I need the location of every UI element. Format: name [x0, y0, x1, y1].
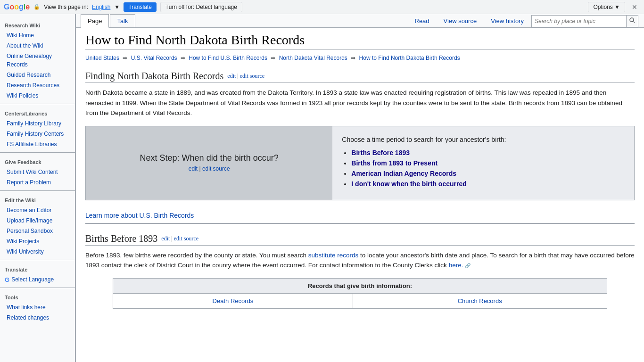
learn-more-section: Learn more about U.S. Birth Records [85, 208, 635, 224]
external-link-icon: 🔗 [465, 263, 471, 268]
view-page-text: View this page in: [44, 4, 88, 10]
link-american-indian[interactable]: American Indian Agency Records [351, 170, 456, 177]
breadcrumb-us[interactable]: United States [85, 55, 119, 61]
breadcrumb: United States ➡ U.S. Vital Records ➡ How… [85, 55, 635, 61]
search-icon [629, 17, 635, 23]
tab-view-history[interactable]: View history [484, 15, 530, 27]
search-input[interactable] [532, 17, 626, 25]
breadcrumb-vital[interactable]: U.S. Vital Records [131, 55, 177, 61]
section2-body: Before 1893, few births were recorded by… [85, 250, 635, 271]
list-item: Births Before 1893 [351, 149, 625, 156]
sidebar-item-what-links-here[interactable]: What links here [0, 302, 75, 313]
section1-body: North Dakota became a state in 1889, and… [85, 88, 635, 118]
lock-icon: 🔒 [33, 4, 40, 10]
search-button[interactable] [626, 16, 638, 27]
section2-edit-link[interactable]: edit [161, 235, 170, 242]
google-logo: Google [4, 3, 30, 11]
breadcrumb-us-birth[interactable]: How to Find U.S. Birth Records [189, 55, 267, 61]
next-step-choose-text: Choose a time period to search for your … [342, 136, 625, 143]
sidebar-item-about-wiki[interactable]: About the Wiki [0, 41, 75, 51]
link-births-before-1893[interactable]: Births Before 1893 [351, 149, 410, 156]
page-tabs: Page Talk Read View source View history [76, 14, 644, 28]
sidebar-item-online-genealogy[interactable]: Online Genealogy Records [0, 51, 75, 70]
sidebar-item-report-problem[interactable]: Report a Problem [0, 177, 75, 188]
sidebar-item-wiki-home[interactable]: Wiki Home [0, 30, 75, 41]
records-table-header: Records that give birth information: [113, 278, 607, 293]
content-area: Page Talk Read View source View history [75, 14, 644, 362]
research-wiki-title: Research Wiki [0, 19, 75, 30]
sidebar-item-wiki-projects[interactable]: Wiki Projects [0, 236, 75, 247]
list-item: Births from 1893 to Present [351, 159, 625, 167]
next-step-edit-link[interactable]: edit [189, 165, 198, 172]
tab-view-source[interactable]: View source [437, 15, 484, 27]
section2-edit-source-link[interactable]: edit source [174, 235, 198, 242]
svg-point-0 [630, 18, 634, 22]
section2-heading: Births Before 1893 edit | edit source [85, 233, 635, 246]
translate-button[interactable]: Translate [124, 2, 157, 12]
sidebar-item-wiki-policies[interactable]: Wiki Policies [0, 90, 75, 101]
turn-off-button[interactable]: Turn off for: Detect language [160, 2, 242, 12]
section1-edit-links: edit | edit source [227, 73, 264, 80]
sidebar-item-submit-wiki[interactable]: Submit Wiki Content [0, 167, 75, 177]
learn-more-link[interactable]: Learn more about U.S. Birth Records [85, 212, 194, 219]
google-g-icon: G [5, 276, 9, 283]
main-wrapper: Research Wiki Wiki Home About the Wiki O… [0, 14, 644, 362]
sidebar: Research Wiki Wiki Home About the Wiki O… [0, 14, 75, 362]
list-item: I don't know when the birth occurred [351, 180, 625, 188]
section2-edit-links: edit | edit source [161, 235, 198, 242]
page-content: How to Find North Dakota Birth Records U… [76, 28, 644, 326]
centers-title: Centers/Libraries [0, 107, 75, 118]
next-step-table: Next Step: When did the birth occur? edi… [85, 126, 635, 200]
sidebar-item-select-language[interactable]: Select Language [11, 275, 54, 284]
tab-read[interactable]: Read [408, 15, 436, 27]
close-translate-button[interactable]: ✕ [629, 2, 640, 12]
search-form [531, 15, 638, 27]
translate-title: Translate [0, 263, 75, 274]
next-step-links: Births Before 1893 Births from 1893 to P… [342, 149, 625, 188]
table-row: Death Records Church Records [113, 293, 607, 308]
svg-line-1 [634, 22, 635, 23]
sidebar-item-family-history-centers[interactable]: Family History Centers [0, 129, 75, 139]
sidebar-item-wiki-university[interactable]: Wiki University [0, 247, 75, 257]
sidebar-item-guided-research[interactable]: Guided Research [0, 70, 75, 80]
breadcrumb-current[interactable]: How to Find North Dakota Birth Records [359, 55, 460, 61]
next-step-left: Next Step: When did the birth occur? edi… [86, 126, 333, 200]
sidebar-item-family-history-library[interactable]: Family History Library [0, 118, 75, 129]
sidebar-item-upload-file[interactable]: Upload File/Image [0, 215, 75, 226]
sidebar-item-personal-sandbox[interactable]: Personal Sandbox [0, 226, 75, 236]
translate-bar: Google 🔒 View this page in: English▼ Tra… [0, 0, 644, 14]
next-step-edit-source-link[interactable]: edit source [202, 165, 230, 172]
options-button[interactable]: Options ▼ [588, 2, 625, 12]
sidebar-item-related-changes[interactable]: Related changes [0, 313, 75, 323]
edit-wiki-title: Edit the Wiki [0, 194, 75, 205]
list-item: American Indian Agency Records [351, 170, 625, 177]
church-records-link: Church Records [353, 293, 607, 308]
page-title: How to Find North Dakota Birth Records [85, 33, 635, 50]
link-dont-know[interactable]: I don't know when the birth occurred [351, 180, 466, 188]
tab-page[interactable]: Page [81, 14, 109, 28]
section1-edit-source-link[interactable]: edit source [240, 73, 264, 79]
breadcrumb-nd-vital[interactable]: North Dakota Vital Records [279, 55, 347, 61]
tab-talk[interactable]: Talk [110, 14, 135, 27]
substitute-records-link[interactable]: substitute records [308, 252, 359, 259]
language-link[interactable]: English [92, 4, 110, 10]
sidebar-item-fs-affiliate[interactable]: FS Affiliate Libraries [0, 139, 75, 149]
link-births-1893-present[interactable]: Births from 1893 to Present [351, 159, 438, 167]
feedback-title: Give Feedback [0, 156, 75, 167]
sidebar-item-research-resources[interactable]: Research Resources [0, 80, 75, 90]
next-step-text: Next Step: When did the birth occur? edi… [95, 153, 323, 173]
here-link[interactable]: here. 🔗 [449, 262, 471, 269]
death-records-link: Death Records [113, 293, 353, 308]
next-step-edit-links: edit | edit source [189, 165, 230, 172]
tools-title: Tools [0, 291, 75, 302]
section1-edit-link[interactable]: edit [227, 73, 236, 79]
records-table: Records that give birth information: Dea… [113, 278, 607, 309]
sidebar-item-become-editor[interactable]: Become an Editor [0, 205, 75, 215]
section1-heading: Finding North Dakota Birth Records edit … [85, 71, 635, 83]
next-step-right: Choose a time period to search for your … [332, 126, 634, 200]
